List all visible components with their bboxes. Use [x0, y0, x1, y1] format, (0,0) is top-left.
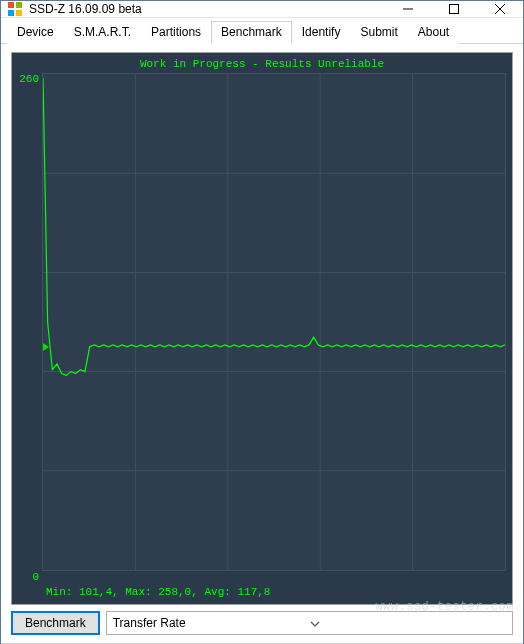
chart-title: Work in Progress - Results Unreliable: [18, 57, 506, 73]
window-title: SSD-Z 16.09.09 beta: [29, 2, 385, 16]
dropdown-value: Transfer Rate: [113, 616, 311, 630]
tab-submit[interactable]: Submit: [350, 21, 407, 44]
svg-rect-3: [16, 10, 22, 16]
content-area: Work in Progress - Results Unreliable 26…: [1, 44, 523, 643]
maximize-button[interactable]: [431, 1, 477, 17]
y-axis-min: 0: [18, 571, 42, 583]
titlebar: SSD-Z 16.09.09 beta: [1, 1, 523, 18]
tab-identify[interactable]: Identify: [292, 21, 351, 44]
benchmark-button[interactable]: Benchmark: [11, 611, 100, 635]
test-type-dropdown[interactable]: Transfer Rate: [106, 611, 513, 635]
tab-smart[interactable]: S.M.A.R.T.: [64, 21, 141, 44]
tab-bar: Device S.M.A.R.T. Partitions Benchmark I…: [1, 18, 523, 44]
svg-marker-16: [43, 343, 49, 351]
app-window: SSD-Z 16.09.09 beta Device S.M.A.R.T. Pa…: [0, 0, 524, 644]
svg-rect-1: [16, 2, 22, 8]
svg-rect-5: [450, 5, 459, 14]
chart-stats: Min: 101,4, Max: 258,0, Avg: 117,8: [18, 583, 506, 599]
close-button[interactable]: [477, 1, 523, 17]
tab-device[interactable]: Device: [7, 21, 64, 44]
controls-row: Benchmark Transfer Rate: [11, 611, 513, 635]
window-buttons: [385, 1, 523, 17]
tab-benchmark[interactable]: Benchmark: [211, 21, 292, 44]
app-icon: [7, 1, 23, 17]
tab-partitions[interactable]: Partitions: [141, 21, 211, 44]
benchmark-plot: [42, 73, 506, 571]
svg-rect-0: [8, 2, 14, 8]
minimize-button[interactable]: [385, 1, 431, 17]
chevron-down-icon: [310, 618, 508, 629]
chart-frame: Work in Progress - Results Unreliable 26…: [11, 52, 513, 605]
y-axis-max: 260: [18, 73, 42, 571]
tab-about[interactable]: About: [408, 21, 459, 44]
svg-rect-2: [8, 10, 14, 16]
